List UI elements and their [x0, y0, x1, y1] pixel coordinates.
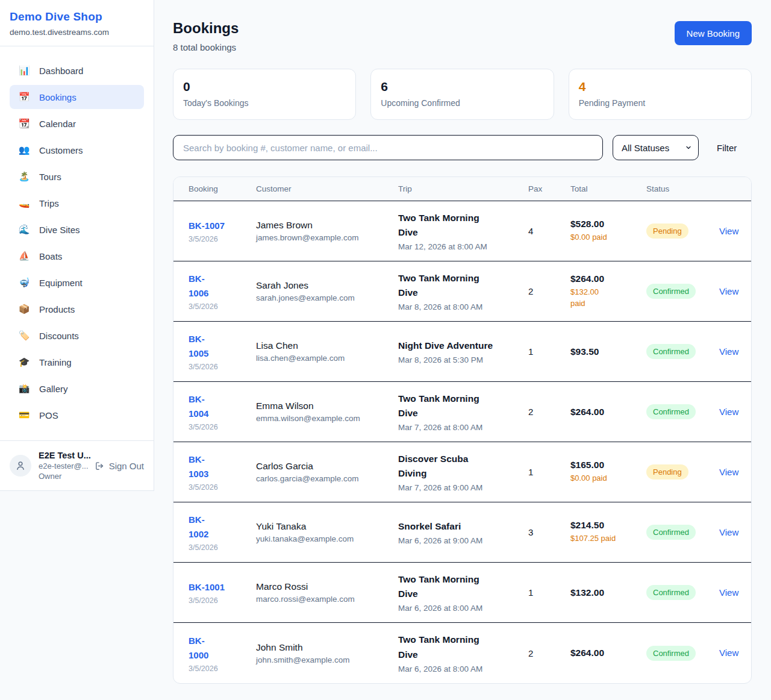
- logout-icon: [95, 461, 105, 471]
- sidebar-item-label: Tours: [39, 172, 61, 182]
- customer-cell: James Brown james.brown@example.com: [256, 220, 398, 242]
- table-row: BK- 1002 3/5/2026 Yuki Tanaka yuki.tanak…: [173, 502, 751, 563]
- total-amount: $528.00: [570, 219, 646, 230]
- customer-name: Yuki Tanaka: [256, 521, 398, 532]
- table-row: BK- 1005 3/5/2026 Lisa Chen lisa.chen@ex…: [173, 322, 751, 382]
- trip-date: Mar 6, 2026 at 9:00 AM: [398, 536, 528, 545]
- page-header-text: Bookings 8 total bookings: [173, 20, 239, 52]
- stat-value: 0: [183, 80, 346, 94]
- total-amount: $214.50: [570, 520, 646, 531]
- search-input[interactable]: [173, 135, 603, 160]
- sidebar-item-label: Products: [39, 304, 75, 314]
- total-cell: $264.00: [570, 648, 646, 658]
- booking-id-link[interactable]: BK- 1002: [189, 513, 208, 542]
- status-select[interactable]: All Statuses: [613, 135, 699, 160]
- sidebar-item-discounts[interactable]: 🏷️ Discounts: [10, 323, 144, 348]
- sidebar-item-label: Equipment: [39, 278, 83, 288]
- sidebar-item-products[interactable]: 📦 Products: [10, 297, 144, 321]
- view-link[interactable]: View: [719, 286, 738, 296]
- trip-cell: Night Dive Adventure Mar 8, 2026 at 5:30…: [398, 339, 528, 364]
- booking-id-link[interactable]: BK- 1003: [189, 452, 208, 481]
- page-subtitle: 8 total bookings: [173, 42, 239, 52]
- sidebar-item-pos[interactable]: 💳 POS: [10, 403, 144, 427]
- island-icon: 🏝️: [18, 171, 30, 182]
- sidebar-item-label: Discounts: [39, 331, 79, 341]
- filter-button[interactable]: Filter: [717, 143, 737, 153]
- view-link[interactable]: View: [719, 407, 738, 417]
- tear-off-calendar-icon: 📆: [18, 118, 30, 129]
- table-row: BK- 1000 3/5/2026 John Smith john.smith@…: [173, 623, 751, 683]
- status-cell: Pending: [646, 464, 719, 480]
- sidebar-item-trips[interactable]: 🚤 Trips: [10, 191, 144, 215]
- trip-name: Discover Scuba Diving: [398, 452, 528, 481]
- sign-out-button[interactable]: Sign Out: [95, 461, 144, 471]
- view-link[interactable]: View: [719, 587, 738, 598]
- sidebar-item-dashboard[interactable]: 📊 Dashboard: [10, 58, 144, 83]
- customer-name: John Smith: [256, 642, 398, 653]
- customer-name: James Brown: [256, 220, 398, 231]
- sidebar-item-gallery[interactable]: 📸 Gallery: [10, 377, 144, 401]
- new-booking-button[interactable]: New Booking: [675, 21, 752, 45]
- status-badge: Confirmed: [646, 585, 696, 600]
- column-header-customer: Customer: [256, 184, 398, 193]
- column-header-pax: Pax: [528, 184, 570, 193]
- table-header-row: BookingCustomerTripPaxTotalStatus: [173, 177, 751, 201]
- booking-date: 3/5/2026: [189, 363, 256, 371]
- booking-id-link[interactable]: BK- 1005: [189, 332, 208, 361]
- trip-date: Mar 8, 2026 at 8:00 AM: [398, 302, 528, 311]
- view-link[interactable]: View: [719, 527, 738, 537]
- user-name: E2E Test U...: [39, 451, 87, 460]
- booking-id-link[interactable]: BK- 1000: [189, 634, 208, 663]
- tag-icon: 🏷️: [18, 330, 30, 341]
- action-cell: View: [719, 407, 741, 417]
- booking-cell: BK- 1005 3/5/2026: [189, 332, 256, 371]
- sidebar-item-tours[interactable]: 🏝️ Tours: [10, 164, 144, 189]
- camera-icon: 📸: [18, 383, 30, 394]
- sidebar-item-customers[interactable]: 👥 Customers: [10, 138, 144, 162]
- status-cell: Confirmed: [646, 404, 719, 419]
- stat-value: 6: [381, 80, 543, 94]
- view-link[interactable]: View: [719, 648, 738, 658]
- column-header-trip: Trip: [398, 184, 528, 193]
- total-amount: $165.00: [570, 460, 646, 470]
- sidebar-item-training[interactable]: 🎓 Training: [10, 350, 144, 374]
- booking-id-link[interactable]: BK-1007: [189, 219, 225, 233]
- customer-name: Sarah Jones: [256, 280, 398, 291]
- status-badge: Confirmed: [646, 344, 696, 359]
- pax-cell: 2: [528, 648, 570, 658]
- sidebar-item-bookings[interactable]: 📅 Bookings: [10, 85, 144, 109]
- customer-email: sarah.jones@example.com: [256, 293, 398, 302]
- trip-name: Two Tank Morning Dive: [398, 211, 528, 240]
- sidebar: Demo Dive Shop demo.test.divestreams.com…: [0, 0, 154, 491]
- filter-row: All Statuses Filter: [173, 135, 752, 160]
- sidebar-item-calendar[interactable]: 📆 Calendar: [10, 111, 144, 136]
- status-badge: Pending: [646, 464, 688, 480]
- view-link[interactable]: View: [719, 346, 738, 357]
- booking-id-link[interactable]: BK- 1006: [189, 272, 208, 301]
- status-badge: Confirmed: [646, 646, 696, 661]
- sidebar-item-dive-sites[interactable]: 🌊 Dive Sites: [10, 217, 144, 242]
- booking-id-link[interactable]: BK- 1004: [189, 392, 208, 421]
- total-paid: $0.00 paid: [570, 232, 646, 243]
- booking-id-link[interactable]: BK-1001: [189, 580, 225, 595]
- column-header-status: Status: [646, 184, 719, 193]
- booking-date: 3/5/2026: [189, 483, 256, 492]
- view-link[interactable]: View: [719, 226, 738, 236]
- trip-cell: Two Tank Morning Dive Mar 7, 2026 at 8:0…: [398, 392, 528, 432]
- customer-email: john.smith@example.com: [256, 655, 398, 664]
- view-link[interactable]: View: [719, 467, 738, 477]
- user-info: E2E Test U... e2e-tester@... Owner: [39, 451, 87, 481]
- pax-cell: 1: [528, 587, 570, 598]
- sidebar-item-label: Training: [39, 357, 72, 367]
- booking-date: 3/5/2026: [189, 302, 256, 311]
- sidebar-item-equipment[interactable]: 🤿 Equipment: [10, 270, 144, 295]
- sidebar-item-boats[interactable]: ⛵ Boats: [10, 244, 144, 268]
- customer-email: lisa.chen@example.com: [256, 354, 398, 363]
- trip-name: Two Tank Morning Dive: [398, 633, 528, 661]
- stat-label: Today's Bookings: [183, 98, 346, 108]
- total-cell: $264.00: [570, 407, 646, 417]
- total-cell: $165.00 $0.00 paid: [570, 460, 646, 484]
- sidebar-item-label: Trips: [39, 198, 59, 208]
- booking-date: 3/5/2026: [189, 664, 256, 673]
- column-header-total: Total: [570, 184, 646, 193]
